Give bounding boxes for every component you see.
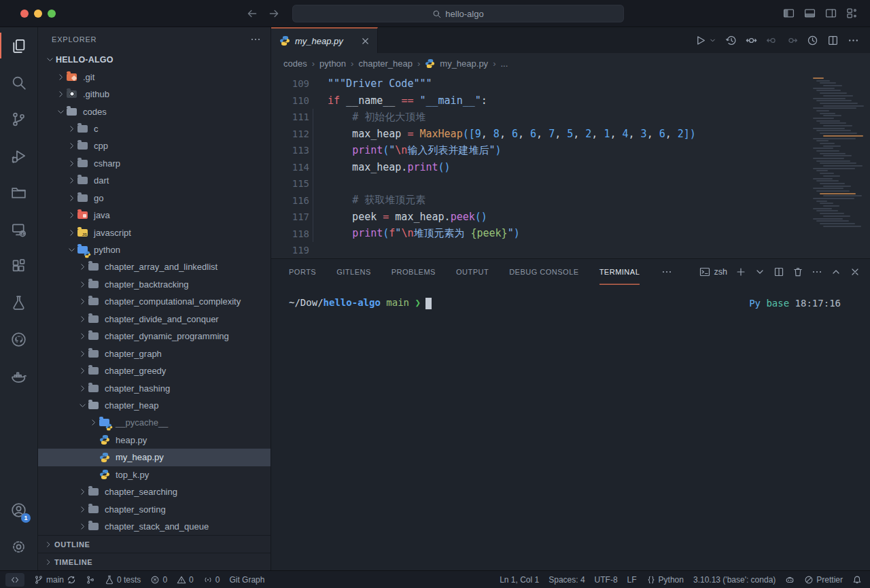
activity-search[interactable] [0, 64, 37, 101]
status-errors[interactable]: 0 [150, 575, 167, 585]
tree-item-chapter-searching[interactable]: chapter_searching [38, 483, 271, 500]
tree-item--git[interactable]: .git [38, 68, 271, 85]
tree-item--pycache-[interactable]: __pycache__ [38, 414, 271, 431]
tree-item-top-k-py[interactable]: top_k.py [38, 466, 271, 483]
tree-item-my-heap-py[interactable]: my_heap.py [38, 449, 271, 466]
tree-item-go[interactable]: go [38, 190, 271, 207]
status-prettier[interactable]: Prettier [804, 575, 843, 585]
toggle-primary-sidebar-icon[interactable] [783, 7, 795, 19]
code-line-118[interactable]: 118 print(f"\n堆顶元素为 {peek}") [271, 226, 870, 243]
activity-github[interactable] [0, 321, 37, 358]
breadcrumb-item[interactable]: ... [500, 58, 508, 69]
outline-section[interactable]: OUTLINE [38, 535, 271, 553]
views-more-icon[interactable] [250, 34, 261, 45]
code-editor[interactable]: 109"""Driver Code"""110if __name__ == "_… [271, 73, 870, 258]
compare-button[interactable] [746, 35, 757, 46]
customize-layout-icon[interactable] [846, 7, 858, 19]
code-line-117[interactable]: 117 peek = max_heap.peek() [271, 209, 870, 226]
minimize-window-button[interactable] [34, 10, 42, 18]
panel-tab-ports[interactable]: PORTS [289, 259, 316, 285]
code-line-113[interactable]: 113 print("\n输入列表并建堆后") [271, 142, 870, 159]
panel-tabs-more-icon[interactable] [661, 266, 672, 277]
status-language-mode[interactable]: Python [646, 575, 684, 585]
status-indentation[interactable]: Spaces: 4 [549, 575, 585, 585]
status-ports[interactable]: 0 [203, 575, 220, 585]
split-editor-button[interactable] [827, 35, 839, 46]
breadcrumb-item[interactable]: codes [283, 58, 307, 69]
close-tab-icon[interactable] [360, 36, 370, 46]
run-dropdown[interactable] [709, 37, 716, 44]
code-line-115[interactable]: 115 [271, 175, 870, 192]
breadcrumb-item[interactable]: python [319, 58, 346, 69]
tree-item-hello-algo[interactable]: HELLO-ALGO [38, 51, 271, 68]
code-line-119[interactable]: 119 [271, 242, 870, 258]
tree-item-chapter-graph[interactable]: chapter_graph [38, 345, 271, 362]
launch-profile-dropdown[interactable] [754, 266, 765, 277]
kill-terminal-button[interactable] [793, 266, 803, 277]
code-line-114[interactable]: 114 max_heap.print() [271, 159, 870, 176]
code-line-112[interactable]: 112 max_heap = MaxHeap([9, 8, 6, 6, 7, 5… [271, 126, 870, 143]
tree-item-cpp[interactable]: cpp [38, 137, 271, 154]
tree-item-chapter-backtracking[interactable]: chapter_backtracking [38, 276, 271, 293]
activity-remote-explorer[interactable] [0, 211, 37, 247]
status-eol[interactable]: LF [627, 575, 637, 585]
maximize-panel-button[interactable] [831, 266, 841, 277]
status-warnings[interactable]: 0 [177, 575, 194, 585]
new-terminal-button[interactable] [735, 266, 746, 277]
minimap[interactable] [813, 77, 862, 228]
panel-tab-problems[interactable]: PROBLEMS [392, 259, 436, 285]
panel-tab-output[interactable]: OUTPUT [456, 259, 489, 285]
run-button[interactable] [695, 35, 706, 46]
file-history-button[interactable] [725, 35, 737, 46]
shell-selector[interactable] [699, 266, 710, 277]
tree-item-chapter-hashing[interactable]: chapter_hashing [38, 379, 271, 396]
timeline-section[interactable]: TIMELINE [38, 553, 271, 570]
status-copilot[interactable] [785, 575, 795, 585]
activity-accounts[interactable]: 1 [0, 491, 37, 528]
activity-extensions[interactable] [0, 247, 37, 284]
tree-item-c[interactable]: c [38, 120, 271, 137]
shell-name[interactable]: zsh [714, 267, 727, 277]
tree-item-chapter-dynamic-programming[interactable]: chapter_dynamic_programming [38, 328, 271, 345]
activity-docker[interactable] [0, 358, 37, 394]
status-notifications[interactable] [852, 575, 862, 585]
tree-item-python[interactable]: python [38, 241, 271, 258]
toggle-secondary-sidebar-icon[interactable] [825, 7, 837, 19]
toggle-panel-icon[interactable] [804, 7, 816, 19]
tree-item-chapter-divide-and-conquer[interactable]: chapter_divide_and_conquer [38, 311, 271, 328]
tree-item-chapter-greedy[interactable]: chapter_greedy [38, 362, 271, 379]
code-line-111[interactable]: 111 # 初始化大顶堆 [271, 109, 870, 126]
tab-my-heap[interactable]: my_heap.py [271, 27, 378, 53]
panel-more-button[interactable] [812, 266, 822, 277]
activity-source-control[interactable] [0, 101, 37, 137]
status-encoding[interactable]: UTF-8 [595, 575, 618, 585]
close-panel-button[interactable] [850, 266, 860, 277]
terminal[interactable]: ~/Dow/hello-algo main ❯ Py base 18:17:16 [271, 285, 870, 570]
back-icon[interactable] [246, 7, 258, 20]
tree-item-chapter-array-and-linkedlist[interactable]: chapter_array_and_linkedlist [38, 258, 271, 275]
forward-icon[interactable] [268, 7, 280, 20]
tree-item--github[interactable]: .github [38, 86, 271, 103]
panel-tab-terminal[interactable]: TERMINAL [599, 259, 640, 285]
status-remote-indicator[interactable] [5, 573, 24, 587]
tree-item-java[interactable]: java [38, 207, 271, 224]
activity-explorer[interactable] [0, 27, 37, 64]
gitlens-button[interactable] [807, 35, 818, 46]
activity-run-and-debug[interactable] [0, 137, 37, 174]
status-git-graph-indicator[interactable] [86, 575, 95, 585]
status-git-graph[interactable]: Git Graph [229, 575, 264, 585]
breadcrumb-item[interactable]: my_heap.py [440, 58, 488, 69]
panel-tab-gitlens[interactable]: GITLENS [336, 259, 371, 285]
code-line-109[interactable]: 109"""Driver Code""" [271, 75, 870, 92]
status-cursor-position[interactable]: Ln 1, Col 1 [500, 575, 539, 585]
tree-item-chapter-computational-complexity[interactable]: chapter_computational_complexity [38, 293, 271, 310]
status-python-interpreter[interactable]: 3.10.13 ('base': conda) [693, 575, 776, 585]
more-actions-button[interactable] [848, 35, 859, 46]
code-line-110[interactable]: 110if __name__ == "__main__": [271, 92, 870, 109]
activity-testing[interactable] [0, 284, 37, 321]
next-change-button[interactable] [786, 35, 798, 46]
tree-item-csharp[interactable]: csharp [38, 155, 271, 172]
panel-tab-debug-console[interactable]: DEBUG CONSOLE [509, 259, 578, 285]
tree-item-codes[interactable]: codes [38, 103, 271, 120]
status-git-branch[interactable]: main [34, 575, 76, 585]
